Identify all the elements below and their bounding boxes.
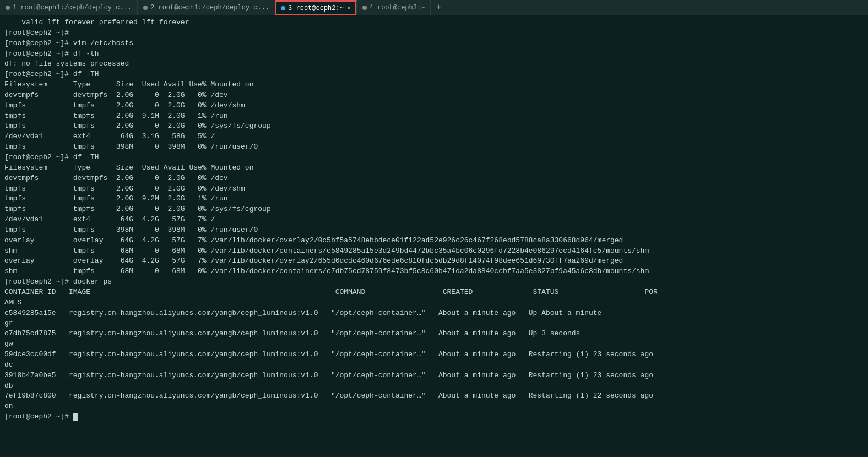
tab-3[interactable]: 3 root@ceph2:~ ✕ <box>275 0 356 15</box>
terminal-line: tmpfs tmpfs 2.0G 0 2.0G 0% /sys/fs/cgrou… <box>4 121 864 132</box>
tab1-dot <box>6 6 10 10</box>
terminal: valid_lft forever preferred_lft forever[… <box>0 15 868 457</box>
tab-1[interactable]: 1 root@ceph1:/ceph/deploy_c... <box>0 0 138 15</box>
terminal-line: shm tmpfs 68M 0 68M 0% /var/lib/docker/c… <box>4 246 864 257</box>
tab-4[interactable]: 4 root@ceph3:~ <box>357 0 431 15</box>
terminal-line: [root@ceph2 ~]# df -th <box>4 49 864 59</box>
tab3-dot <box>281 6 285 10</box>
terminal-line: c7db75cd7875 registry.cn-hangzhou.aliyun… <box>4 329 864 339</box>
terminal-line: dc <box>4 360 864 371</box>
terminal-line: /dev/vda1 ext4 64G 3.1G 58G 5% / <box>4 132 864 142</box>
tab2-label: 2 root@ceph1:/ceph/deploy_c... <box>150 4 269 12</box>
terminal-line: Filesystem Type Size Used Avail Use% Mou… <box>4 80 864 90</box>
terminal-line: Filesystem Type Size Used Avail Use% Mou… <box>4 163 864 173</box>
terminal-line: tmpfs tmpfs 2.0G 9.1M 2.0G 1% /run <box>4 111 864 122</box>
tab3-label: 3 root@ceph2:~ <box>288 4 344 12</box>
terminal-line: db <box>4 381 864 391</box>
terminal-line: 3918b47a0be5 registry.cn-hangzhou.aliyun… <box>4 371 864 381</box>
terminal-line: tmpfs tmpfs 2.0G 0 2.0G 0% /dev/shm <box>4 101 864 111</box>
terminal-line: tmpfs tmpfs 2.0G 9.2M 2.0G 1% /run <box>4 194 864 204</box>
terminal-line: CONTAINER ID IMAGE COMMAND CREATED STATU… <box>4 287 864 298</box>
terminal-line: [root@ceph2 ~]# <box>4 412 864 422</box>
terminal-line: /dev/vda1 ext4 64G 4.2G 57G 7% / <box>4 215 864 225</box>
terminal-line: valid_lft forever preferred_lft forever <box>4 18 864 28</box>
tab4-label: 4 root@ceph3:~ <box>370 4 425 12</box>
terminal-line: [root@ceph2 ~]# <box>4 28 864 39</box>
tab-bar: 1 root@ceph1:/ceph/deploy_c... 2 root@ce… <box>0 0 868 15</box>
terminal-line: df: no file systems processed <box>4 59 864 69</box>
tab4-dot <box>362 6 367 10</box>
terminal-line: c5849285a15e registry.cn-hangzhou.aliyun… <box>4 308 864 319</box>
terminal-line: gw <box>4 339 864 350</box>
add-tab-button[interactable]: + <box>431 0 446 15</box>
terminal-line: tmpfs tmpfs 2.0G 0 2.0G 0% /sys/fs/cgrou… <box>4 204 864 215</box>
terminal-line: tmpfs tmpfs 398M 0 398M 0% /run/user/0 <box>4 142 864 153</box>
terminal-line: [root@ceph2 ~]# df -TH <box>4 69 864 80</box>
terminal-line: [root@ceph2 ~]# vim /etc/hosts <box>4 39 864 49</box>
terminal-line: gr <box>4 318 864 329</box>
terminal-line: [root@ceph2 ~]# docker ps <box>4 277 864 287</box>
terminal-line: overlay overlay 64G 4.2G 57G 7% /var/lib… <box>4 256 864 266</box>
tab1-label: 1 root@ceph1:/ceph/deploy_c... <box>13 4 132 12</box>
terminal-line: on <box>4 401 864 412</box>
terminal-line: shm tmpfs 68M 0 68M 0% /var/lib/docker/c… <box>4 266 864 277</box>
terminal-line: devtmpfs devtmpfs 2.0G 0 2.0G 0% /dev <box>4 90 864 101</box>
terminal-cursor <box>73 413 78 421</box>
terminal-line: [root@ceph2 ~]# df -TH <box>4 153 864 163</box>
tab-2[interactable]: 2 root@ceph1:/ceph/deploy_c... <box>138 0 275 15</box>
terminal-line: tmpfs tmpfs 2.0G 0 2.0G 0% /dev/shm <box>4 184 864 194</box>
terminal-line: 7ef19b87c800 registry.cn-hangzhou.aliyun… <box>4 391 864 401</box>
terminal-line: AMES <box>4 298 864 308</box>
terminal-line: tmpfs tmpfs 398M 0 398M 0% /run/user/0 <box>4 225 864 236</box>
terminal-line: overlay overlay 64G 4.2G 57G 7% /var/lib… <box>4 236 864 246</box>
tab2-dot <box>143 6 148 10</box>
terminal-line: devtmpfs devtmpfs 2.0G 0 2.0G 0% /dev <box>4 173 864 184</box>
terminal-line: 59dce3cc00df registry.cn-hangzhou.aliyun… <box>4 350 864 360</box>
tab3-close[interactable]: ✕ <box>347 4 351 12</box>
